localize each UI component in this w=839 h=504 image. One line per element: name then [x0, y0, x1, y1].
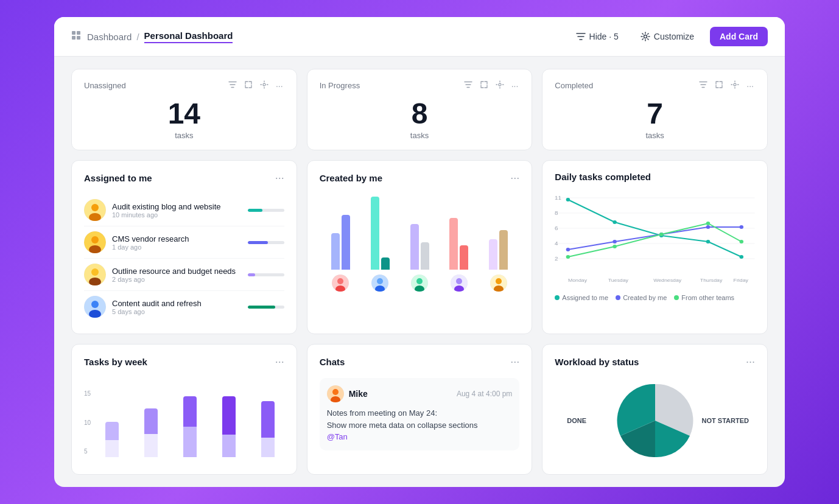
tasks-week-menu[interactable]: ···: [275, 355, 284, 368]
svg-point-64: [740, 240, 744, 243]
hide-button[interactable]: Hide · 5: [570, 28, 625, 45]
bar-avatar-4: [451, 275, 468, 292]
settings-btn-unassigned[interactable]: [259, 79, 270, 92]
task-time-4: 5 days ago: [112, 308, 242, 315]
assigned-card-title: Assigned to me: [84, 173, 152, 183]
svg-point-55: [566, 248, 570, 251]
task-item-3[interactable]: Outline resource and budget needs 2 days…: [84, 259, 284, 291]
svg-text:Tuesday: Tuesday: [608, 277, 629, 283]
legend-label-created: Created by me: [623, 294, 667, 301]
bar-3a: [410, 224, 419, 270]
svg-point-62: [659, 233, 664, 236]
y-label-15: 15: [84, 390, 91, 397]
bar-4a: [449, 218, 458, 270]
chat-line2: Show more meta data on collapse sections: [327, 419, 513, 432]
stats-row: Unassigned ··· 14: [71, 69, 768, 150]
line-chart-svg: 11 8 6 4 2 Monday Tuesday Wednesday Thur…: [555, 192, 755, 286]
bar-1a: [331, 233, 340, 270]
expand-btn-unassigned[interactable]: [243, 79, 254, 92]
created-menu-button[interactable]: ···: [510, 172, 519, 184]
more-btn-inprogress[interactable]: ···: [510, 80, 520, 92]
header: Dashboard / Personal Dashboard Hide · 5 …: [54, 17, 785, 57]
progress-bar-2: [248, 241, 284, 244]
svg-point-54: [740, 255, 744, 259]
chat-mention[interactable]: @Tan: [327, 431, 513, 443]
bar-5a: [489, 239, 497, 270]
chat-header-row: Mike Aug 4 at 4:00 pm: [327, 385, 513, 402]
week-bar-2: [135, 396, 167, 457]
expand-btn-inprogress[interactable]: [479, 79, 490, 92]
svg-text:11: 11: [555, 194, 561, 200]
tasks-by-week-card: Tasks by week ··· 15 10 5: [71, 344, 297, 475]
bar-group-3: [405, 191, 435, 292]
stat-title-inprogress: In Progress: [320, 81, 360, 90]
legend-dot-other: [674, 295, 679, 300]
task-name-4: Content audit and refresh: [112, 299, 242, 308]
chat-username: Mike: [349, 389, 368, 399]
task-item-2[interactable]: CMS vendor research 1 day ago: [84, 226, 284, 259]
task-name-3: Outline resource and budget needs: [112, 267, 242, 276]
breadcrumb-sep: /: [136, 32, 139, 42]
pie-label-done: DONE: [567, 417, 586, 424]
week-bar-5: [251, 396, 284, 457]
progress-fill-1: [248, 209, 262, 212]
chats-card: Chats ··· Mike Aug 4 at 4:00 pm: [307, 344, 533, 475]
more-btn-unassigned[interactable]: ···: [275, 80, 284, 92]
dashboard-icon: [71, 30, 82, 43]
svg-text:Thursday: Thursday: [700, 277, 723, 283]
chats-menu[interactable]: ···: [510, 355, 519, 368]
settings-btn-completed[interactable]: [729, 79, 740, 92]
svg-point-24: [377, 278, 383, 284]
workload-title: Workload by status: [555, 357, 639, 367]
week-bar-5-top: [261, 401, 275, 438]
svg-text:Monday: Monday: [568, 277, 588, 283]
svg-point-18: [91, 301, 99, 308]
main-container: Dashboard / Personal Dashboard Hide · 5 …: [54, 17, 785, 487]
filter-btn-completed[interactable]: [698, 79, 709, 92]
legend-label-other: From other teams: [681, 294, 734, 301]
y-label-5: 5: [84, 448, 91, 455]
legend-label-assigned: Assigned to me: [562, 294, 608, 301]
svg-point-50: [566, 198, 570, 201]
avatar-1: [84, 199, 106, 221]
workload-menu[interactable]: ···: [746, 355, 755, 368]
svg-text:4: 4: [555, 240, 558, 246]
svg-point-27: [416, 278, 423, 284]
add-card-button[interactable]: Add Card: [710, 27, 768, 46]
svg-point-53: [706, 240, 711, 243]
header-actions: Hide · 5 Customize Add Card: [570, 27, 768, 46]
more-btn-completed[interactable]: ···: [745, 80, 755, 92]
chat-line1: Notes from meeting on May 24:: [327, 407, 513, 419]
stat-card-unassigned: Unassigned ··· 14: [71, 69, 297, 150]
assigned-menu-button[interactable]: ···: [275, 172, 284, 184]
task-item-4[interactable]: Content audit and refresh 5 days ago: [84, 291, 284, 323]
task-time-3: 2 days ago: [112, 276, 242, 283]
expand-btn-completed[interactable]: [714, 79, 725, 92]
stat-icons-completed: ···: [698, 79, 755, 92]
svg-point-12: [91, 236, 99, 243]
progress-bar-3: [248, 273, 284, 276]
breadcrumb-parent[interactable]: Dashboard: [87, 32, 132, 42]
week-bar-1: [96, 396, 128, 457]
progress-fill-3: [248, 273, 255, 276]
middle-row: Assigned to me ··· Audit existing blog a…: [71, 160, 768, 334]
task-item-1[interactable]: Audit existing blog and website 10 minut…: [84, 194, 284, 226]
stat-title-completed: Completed: [555, 81, 593, 90]
settings-btn-inprogress[interactable]: [494, 79, 505, 92]
bar-2a: [371, 197, 379, 270]
task-info-1: Audit existing blog and website 10 minut…: [112, 202, 242, 219]
tasks-week-title: Tasks by week: [84, 357, 147, 367]
week-bar-1-bot: [105, 440, 119, 457]
task-info-4: Content audit and refresh 5 days ago: [112, 299, 242, 315]
filter-btn-unassigned[interactable]: [227, 79, 238, 92]
filter-btn-inprogress[interactable]: [463, 79, 474, 92]
week-bar-1-top: [105, 422, 119, 440]
customize-button[interactable]: Customize: [634, 28, 700, 45]
week-bar-4-bot: [222, 435, 236, 457]
svg-text:Friday: Friday: [734, 277, 749, 283]
chat-user: Mike: [327, 385, 368, 402]
bottom-row: Tasks by week ··· 15 10 5: [71, 344, 768, 475]
svg-text:6: 6: [555, 225, 558, 231]
week-bar-2-bot: [144, 434, 158, 457]
bar-avatar-1: [332, 275, 349, 292]
